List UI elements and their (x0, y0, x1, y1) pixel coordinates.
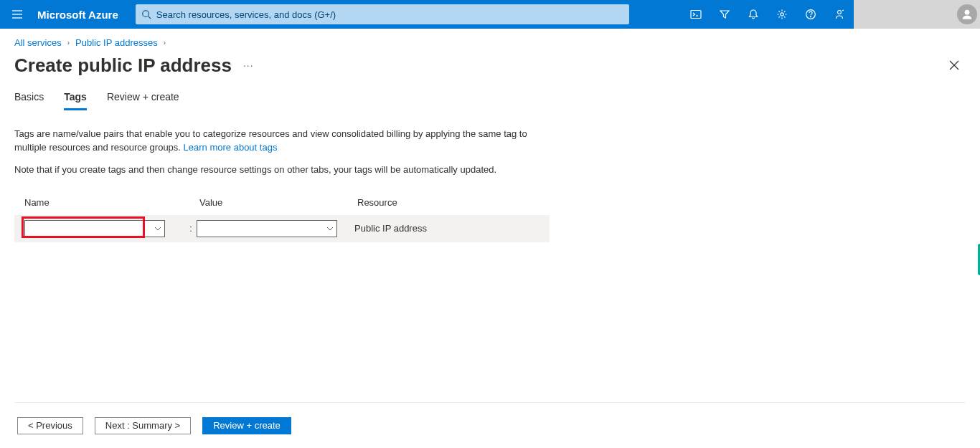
name-cell (24, 220, 199, 237)
tab-basics[interactable]: Basics (14, 91, 44, 110)
svg-point-11 (965, 10, 970, 15)
description-line2: Note that if you create tags and then ch… (14, 163, 545, 177)
more-actions-button[interactable]: ··· (243, 59, 254, 71)
breadcrumb-all-services[interactable]: All services (14, 37, 62, 48)
page-body: All services › Public IP addresses › Cre… (0, 29, 980, 448)
person-icon (961, 8, 974, 21)
next-button[interactable]: Next : Summary > (95, 417, 191, 434)
account-button[interactable] (854, 0, 980, 29)
directory-filter-button[interactable] (710, 0, 739, 29)
header-value: Value (199, 197, 357, 208)
header-resource: Resource (357, 197, 550, 208)
chevron-right-icon: › (67, 39, 70, 47)
tag-value-combo[interactable] (197, 220, 337, 237)
menu-icon (11, 9, 23, 20)
svg-point-3 (143, 11, 149, 17)
search-input[interactable] (156, 5, 628, 24)
previous-button[interactable]: < Previous (17, 417, 83, 434)
title-row: Create public IP address ··· (14, 54, 966, 77)
page-title: Create public IP address (14, 54, 232, 77)
gear-icon (776, 9, 788, 20)
tags-table: Name Value Resource : (14, 197, 550, 242)
learn-more-link[interactable]: Learn more about tags (184, 142, 278, 153)
feedback-button[interactable] (825, 0, 854, 29)
filter-icon (719, 9, 730, 20)
chevron-right-icon: › (164, 39, 166, 47)
cloud-shell-icon (690, 9, 702, 20)
svg-rect-5 (691, 11, 701, 19)
search-icon (136, 9, 156, 19)
resource-cell: Public IP address (354, 223, 550, 234)
topbar-actions (682, 0, 854, 29)
bell-icon (748, 9, 759, 20)
tag-value-input[interactable] (197, 221, 324, 237)
help-button[interactable] (796, 0, 825, 29)
tab-review-create[interactable]: Review + create (107, 91, 179, 110)
cloud-shell-button[interactable] (682, 0, 710, 29)
breadcrumb-public-ip-addresses[interactable]: Public IP addresses (75, 37, 158, 48)
help-icon (805, 9, 816, 20)
header-name: Name (24, 197, 199, 208)
notifications-button[interactable] (739, 0, 768, 29)
azure-topbar: Microsoft Azure (0, 0, 980, 29)
content-area: Tags are name/value pairs that enable yo… (14, 128, 966, 402)
svg-point-9 (811, 16, 811, 17)
breadcrumb: All services › Public IP addresses › (14, 29, 966, 54)
value-cell (197, 220, 354, 237)
svg-line-4 (148, 16, 151, 19)
avatar (957, 4, 977, 24)
svg-point-7 (781, 13, 783, 16)
description-line1: Tags are name/value pairs that enable yo… (14, 128, 545, 155)
close-button[interactable] (943, 54, 966, 77)
tag-name-input[interactable] (25, 221, 151, 237)
feedback-icon (834, 9, 845, 20)
tags-table-header: Name Value Resource (14, 197, 550, 215)
chevron-down-icon[interactable] (324, 225, 336, 232)
close-icon (949, 60, 959, 70)
global-search[interactable] (136, 4, 629, 24)
chevron-down-icon[interactable] (151, 225, 164, 232)
svg-point-10 (838, 11, 842, 14)
tab-tags[interactable]: Tags (64, 91, 87, 110)
menu-toggle-button[interactable] (0, 0, 34, 29)
review-create-button[interactable]: Review + create (202, 417, 291, 434)
tag-name-combo[interactable] (24, 220, 165, 237)
tab-bar: Basics Tags Review + create (14, 91, 966, 110)
tag-row: : Public IP address (14, 215, 550, 242)
wizard-footer: < Previous Next : Summary > Review + cre… (14, 402, 966, 448)
settings-button[interactable] (768, 0, 796, 29)
brand-label[interactable]: Microsoft Azure (34, 9, 130, 21)
